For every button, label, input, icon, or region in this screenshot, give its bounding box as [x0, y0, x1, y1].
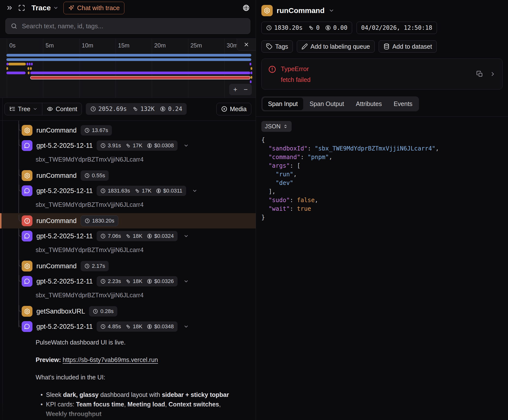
list-item: Sleek dark, glassy dashboard layout with… — [36, 390, 240, 400]
tab-span-input[interactable]: Span Input — [263, 98, 303, 110]
generation-span-icon — [22, 231, 32, 241]
globe-icon[interactable] — [242, 4, 250, 12]
tree-connector — [19, 305, 22, 312]
tokens-icon — [308, 25, 314, 31]
trace-title-dropdown[interactable]: Trace — [31, 4, 59, 12]
content-toggle-button[interactable]: Content — [42, 103, 82, 115]
tree-row-selected[interactable]: runCommand 1830.20s — [0, 213, 256, 228]
expand-row-icon[interactable] — [183, 143, 189, 148]
span-subtitle: sbx_TWE9MdYdprBZTmxVjjiN6JLcarr4 — [0, 198, 256, 211]
clock-icon — [100, 324, 106, 329]
timeline-gridline — [152, 39, 152, 98]
span-subtitle: sbx_TWE9MdYdprBZTmxVjjiN6JLcarr4 — [0, 289, 256, 301]
timeline-span-bar[interactable] — [6, 58, 251, 61]
timeline-span-bar[interactable] — [27, 63, 28, 65]
generation-span-icon — [22, 276, 32, 287]
timeline-span-bar[interactable] — [251, 67, 252, 70]
span-tokens: 0 — [308, 24, 320, 31]
timeline-span-bar[interactable] — [250, 80, 252, 83]
tree-row[interactable]: gpt-5.2-2025-12-11 4.85s 18K $0.0348 — [0, 319, 256, 334]
timeline-close-button[interactable] — [237, 39, 256, 51]
tree-row[interactable]: gpt-5.2-2025-12-11 1831.63s 17K $0.0311 — [0, 183, 256, 198]
timeline-span-bar[interactable] — [31, 63, 33, 65]
timeline-span-bar[interactable] — [6, 54, 251, 57]
trace-stats: 2052.69s 132K 0.24 — [86, 103, 187, 115]
error-texts: TypeError fetch failed — [281, 65, 472, 83]
tree-row[interactable]: runCommand 13.67s — [0, 123, 256, 138]
trace-header: Trace Chat with trace — [0, 0, 256, 16]
duration-badge: 0.55s — [81, 170, 109, 181]
trace-timeline[interactable]: 0s5m10m15m20m25m30m + − — [0, 38, 256, 98]
tab-attributes[interactable]: Attributes — [350, 98, 387, 110]
tab-events[interactable]: Events — [388, 98, 418, 110]
trace-cost: 0.24 — [160, 105, 182, 112]
tree-row[interactable]: gpt-5.2-2025-12-11 7.06s 18K $0.0324 — [0, 228, 256, 244]
zoom-in-button[interactable]: + — [233, 86, 237, 93]
preview-link[interactable]: https://sb-6sty7vab69ms.vercel.run — [63, 356, 158, 363]
add-to-dataset-button[interactable]: Add to dataset — [379, 40, 437, 53]
timeline-span-bar[interactable] — [28, 67, 29, 70]
error-type: TypeError — [281, 65, 472, 73]
sparkles-icon — [68, 5, 75, 11]
span-subtitle: sbx_TWE9MdYdprBZTmxVjjiN6JLcarr4 — [0, 153, 256, 165]
tree-connector — [19, 320, 22, 327]
timeline-tick-label: 30m — [227, 42, 238, 49]
tree-connector — [19, 185, 22, 192]
timeline-span-bar[interactable] — [30, 72, 250, 74]
chat-with-trace-button[interactable]: Chat with trace — [63, 2, 124, 14]
span-detail-tabs: Span Input Span Output Attributes Events — [261, 96, 419, 111]
tree-row[interactable]: getSandboxURL 0.28s — [0, 304, 256, 319]
tab-span-output[interactable]: Span Output — [304, 98, 349, 110]
chevron-right-icon[interactable] — [490, 71, 496, 77]
media-button[interactable]: Media — [216, 103, 251, 115]
clock-icon — [84, 128, 90, 133]
timeline-span-bar[interactable] — [6, 67, 8, 70]
format-selector[interactable]: JSON — [261, 121, 292, 132]
dollar-icon — [160, 106, 166, 112]
generation-stats-badge: 7.06s 18K $0.0324 — [97, 231, 178, 241]
duration-badge: 13.67s — [81, 125, 112, 135]
collapse-panel-icon[interactable] — [6, 4, 13, 12]
preview-line: Preview: https://sb-6sty7vab69ms.vercel.… — [36, 355, 240, 365]
expand-row-icon[interactable] — [183, 233, 189, 239]
expand-row-icon[interactable] — [183, 324, 189, 329]
chevron-down-icon[interactable] — [329, 8, 334, 14]
tags-button[interactable]: Tags — [261, 40, 293, 53]
tree-row[interactable]: runCommand 0.55s — [0, 168, 256, 183]
timeline-span-bar[interactable] — [250, 63, 251, 65]
search-bar[interactable] — [5, 18, 250, 34]
trace-viewer: Trace Chat with trace 0s5m10m15m20m25m30… — [0, 0, 508, 420]
timeline-span-bar[interactable] — [30, 67, 32, 70]
expand-row-icon[interactable] — [192, 188, 197, 194]
tree-row[interactable]: gpt-5.2-2025-12-11 3.91s 17K $0.0308 — [0, 138, 256, 153]
span-detail-panel: runCommand 1830.20s 0 0.00 04/02/2026, 1… — [256, 0, 508, 420]
duration-badge: 2.17s — [81, 261, 109, 271]
timeline-zoom-control[interactable]: + − — [229, 84, 252, 95]
tree-row[interactable]: gpt-5.2-2025-12-11 2.23s 18K $0.0326 — [0, 274, 256, 289]
chevron-down-icon — [53, 5, 59, 11]
copy-icon[interactable] — [476, 71, 483, 77]
timeline-span-bar[interactable] — [251, 72, 252, 74]
add-to-labeling-queue-button[interactable]: Add to labeling queue — [297, 40, 375, 53]
tag-icon — [266, 43, 272, 50]
span-title: runCommand — [277, 6, 325, 15]
search-input[interactable] — [21, 22, 245, 30]
timeline-span-bar[interactable] — [28, 72, 30, 74]
timeline-span-bar[interactable] — [251, 76, 252, 79]
clock-icon — [93, 309, 98, 314]
expand-row-icon[interactable] — [183, 279, 189, 284]
timeline-span-bar[interactable] — [29, 63, 30, 65]
timeline-span-bar[interactable] — [6, 72, 26, 74]
fullscreen-icon[interactable] — [18, 4, 25, 11]
tree-connector — [19, 260, 22, 267]
zoom-out-button[interactable]: − — [244, 86, 248, 93]
timeline-span-bar[interactable] — [30, 76, 250, 79]
error-card[interactable]: TypeError fetch failed — [261, 59, 503, 90]
timeline-span-bar[interactable] — [8, 63, 26, 65]
dollar-icon — [147, 324, 152, 329]
tree-view-button[interactable]: Tree — [5, 103, 42, 115]
tool-span-icon — [22, 306, 32, 317]
tree-row[interactable]: runCommand 2.17s — [0, 258, 256, 274]
play-circle-icon — [221, 106, 227, 112]
pencil-icon — [301, 43, 308, 50]
